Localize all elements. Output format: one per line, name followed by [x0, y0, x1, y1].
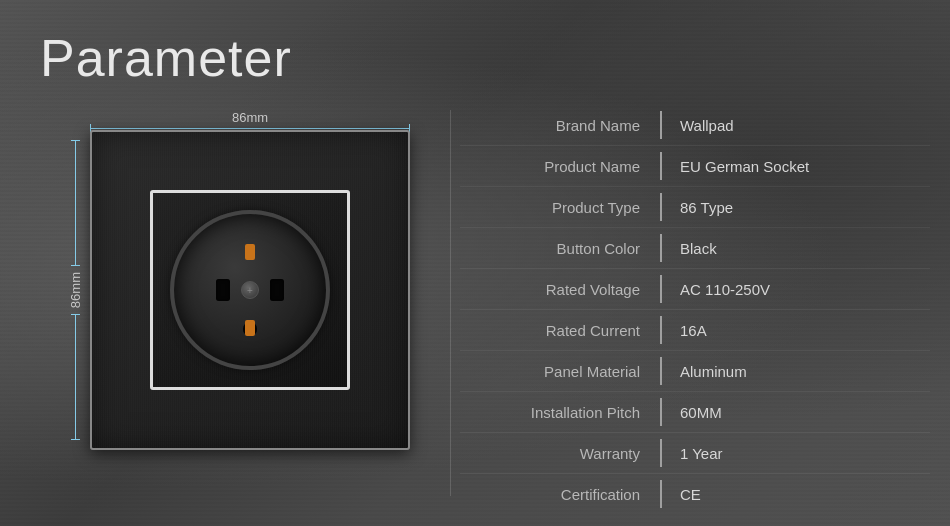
param-value-0: Wallpad [680, 117, 734, 134]
dim-height-label: 86mm [68, 272, 83, 308]
socket-screw [241, 281, 259, 299]
dimension-top: 86mm [90, 110, 410, 129]
param-separator-9 [660, 480, 662, 508]
param-row: Rated VoltageAC 110-250V [460, 269, 930, 310]
param-name-1: Product Name [460, 158, 660, 175]
param-name-0: Brand Name [460, 117, 660, 134]
param-row: CertificationCE [460, 474, 930, 514]
param-value-9: CE [680, 486, 701, 503]
param-value-7: 60MM [680, 404, 722, 421]
param-value-8: 1 Year [680, 445, 723, 462]
param-name-6: Panel Material [460, 363, 660, 380]
socket-indicator-bottom [245, 320, 255, 336]
param-name-8: Warranty [460, 445, 660, 462]
main-container: Parameter 86mm 86mm [0, 0, 950, 526]
param-name-4: Rated Voltage [460, 281, 660, 298]
socket-inner-frame [150, 190, 350, 390]
param-name-3: Button Color [460, 240, 660, 257]
param-row: Brand NameWallpad [460, 105, 930, 146]
param-name-2: Product Type [460, 199, 660, 216]
param-row: Product Type86 Type [460, 187, 930, 228]
param-row: Panel MaterialAluminum [460, 351, 930, 392]
param-row: Rated Current16A [460, 310, 930, 351]
product-section: 86mm 86mm [60, 110, 440, 470]
param-value-2: 86 Type [680, 199, 733, 216]
param-value-6: Aluminum [680, 363, 747, 380]
param-name-5: Rated Current [460, 322, 660, 339]
param-row: Button ColorBlack [460, 228, 930, 269]
param-separator-6 [660, 357, 662, 385]
socket-body [170, 210, 330, 370]
param-value-1: EU German Socket [680, 158, 809, 175]
param-separator-5 [660, 316, 662, 344]
page-title: Parameter [40, 28, 292, 88]
param-value-3: Black [680, 240, 717, 257]
socket-indicator-top [245, 244, 255, 260]
param-name-7: Installation Pitch [460, 404, 660, 421]
param-value-4: AC 110-250V [680, 281, 770, 298]
param-row: Installation Pitch60MM [460, 392, 930, 433]
param-name-9: Certification [460, 486, 660, 503]
param-separator-1 [660, 152, 662, 180]
dim-width-label: 86mm [232, 110, 268, 125]
dim-height-line [75, 140, 76, 266]
params-section: Brand NameWallpadProduct NameEU German S… [460, 105, 930, 514]
section-divider [450, 110, 451, 496]
param-value-5: 16A [680, 322, 707, 339]
param-separator-7 [660, 398, 662, 426]
dim-height-line-2 [75, 314, 76, 440]
param-row: Product NameEU German Socket [460, 146, 930, 187]
dim-width-line [90, 128, 410, 129]
socket-hole-left [216, 279, 230, 301]
dimension-left: 86mm [68, 140, 83, 440]
socket-plate [90, 130, 410, 450]
param-separator-3 [660, 234, 662, 262]
param-separator-8 [660, 439, 662, 467]
param-separator-0 [660, 111, 662, 139]
param-row: Warranty1 Year [460, 433, 930, 474]
param-separator-2 [660, 193, 662, 221]
socket-hole-right [270, 279, 284, 301]
param-separator-4 [660, 275, 662, 303]
